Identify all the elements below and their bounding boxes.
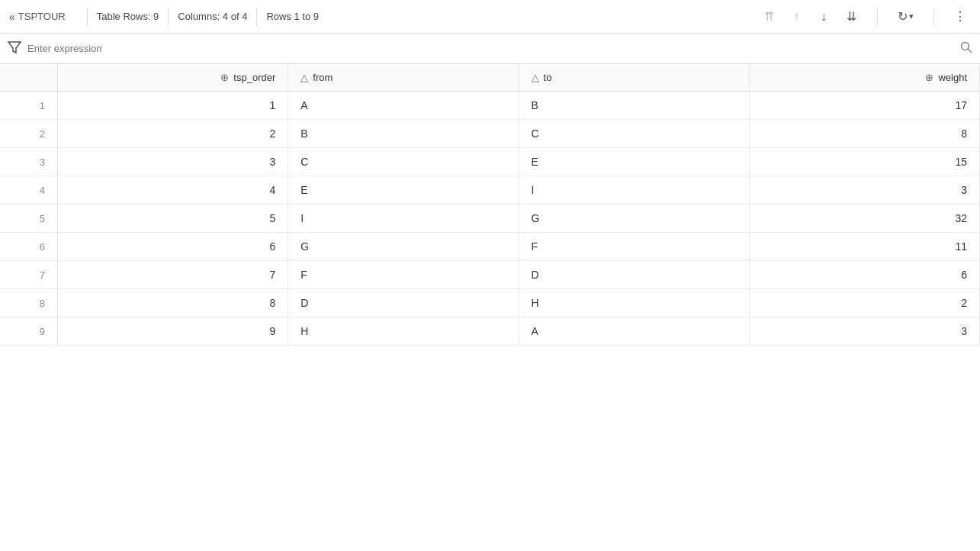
from-cell: G <box>288 233 519 261</box>
row-number-cell: 6 <box>0 233 58 261</box>
from-cell: B <box>288 120 519 148</box>
from-cell: F <box>288 261 519 289</box>
toolbar-actions: ⇈ ↑ ↓ ⇊ ↻ ▾ ⋮ <box>758 6 971 27</box>
to-cell: A <box>519 317 749 346</box>
weight-cell: 17 <box>749 92 979 120</box>
filter-icon <box>8 40 21 57</box>
weight-cell: 11 <box>749 233 979 261</box>
tsp-order-cell: 8 <box>58 289 288 317</box>
refresh-chevron-icon: ▾ <box>909 11 914 21</box>
from-col-icon: △ <box>300 72 308 83</box>
tsp-order-cell: 2 <box>58 120 288 148</box>
from-col-label: from <box>313 72 333 83</box>
row-number-cell: 4 <box>0 176 58 205</box>
svg-marker-0 <box>8 42 21 53</box>
weight-cell: 3 <box>749 317 979 346</box>
table-row: 55IG32 <box>0 205 980 233</box>
to-cell: G <box>519 205 749 233</box>
toolbar: « TSPTOUR Table Rows: 9 Columns: 4 of 4 … <box>0 0 980 34</box>
table-header-row: ⊕ tsp_order △ from △ to <box>0 64 980 92</box>
weight-cell: 15 <box>749 148 979 176</box>
more-options-button[interactable]: ⋮ <box>949 6 971 27</box>
tsp-order-cell: 4 <box>58 176 288 205</box>
tsp-order-cell: 3 <box>58 148 288 176</box>
svg-line-2 <box>969 49 972 52</box>
toolbar-title: TSPTOUR <box>18 11 66 22</box>
col-header-to[interactable]: △ to <box>519 64 749 92</box>
row-number-cell: 9 <box>0 317 58 346</box>
search-icon <box>960 41 972 56</box>
row-number-cell: 2 <box>0 120 58 148</box>
refresh-button[interactable]: ↻ ▾ <box>893 6 918 27</box>
back-chevron-icon: « <box>9 11 15 23</box>
row-number-cell: 1 <box>0 92 58 120</box>
tsp-order-cell: 1 <box>58 92 288 120</box>
divider-2 <box>168 8 169 26</box>
from-cell: H <box>288 317 519 346</box>
refresh-icon: ↻ <box>898 9 908 24</box>
to-cell: B <box>519 92 749 120</box>
weight-cell: 8 <box>749 120 979 148</box>
weight-cell: 3 <box>749 176 979 205</box>
sort-up-button[interactable]: ↑ <box>786 6 807 27</box>
table-row: 88DH2 <box>0 289 980 317</box>
to-cell: I <box>519 176 749 205</box>
from-cell: C <box>288 148 519 176</box>
from-cell: I <box>288 205 519 233</box>
table-container: ⊕ tsp_order △ from △ to <box>0 64 980 551</box>
to-col-icon: △ <box>532 72 539 83</box>
sort-last-button[interactable]: ⇊ <box>840 6 862 27</box>
filter-bar <box>0 34 980 64</box>
from-cell: D <box>288 289 519 317</box>
to-cell: H <box>519 289 749 317</box>
tsp-order-col-label: tsp_order <box>233 72 275 83</box>
rows-stat: Rows 1 to 9 <box>266 11 319 22</box>
table-row: 77FD6 <box>0 261 980 289</box>
row-num-header <box>0 64 58 92</box>
to-cell: F <box>519 233 749 261</box>
table-row: 22BC8 <box>0 120 980 148</box>
tsp-order-cell: 9 <box>58 317 288 346</box>
col-header-weight[interactable]: ⊕ weight <box>749 64 979 92</box>
to-col-label: to <box>544 72 552 83</box>
back-button[interactable]: « TSPTOUR <box>9 11 66 23</box>
tsp-order-cell: 5 <box>58 205 288 233</box>
tsp-order-cell: 7 <box>58 261 288 289</box>
to-cell: E <box>519 148 749 176</box>
row-number-cell: 7 <box>0 261 58 289</box>
table-rows-stat: Table Rows: 9 <box>97 11 159 22</box>
table-row: 11AB17 <box>0 92 980 120</box>
columns-stat: Columns: 4 of 4 <box>178 11 247 22</box>
sort-first-button[interactable]: ⇈ <box>758 6 779 27</box>
row-number-cell: 8 <box>0 289 58 317</box>
to-cell: D <box>519 261 749 289</box>
divider-4 <box>877 8 878 26</box>
divider-3 <box>256 8 257 26</box>
weight-cell: 2 <box>749 289 979 317</box>
table-row: 66GF11 <box>0 233 980 261</box>
row-number-cell: 5 <box>0 205 58 233</box>
data-table: ⊕ tsp_order △ from △ to <box>0 64 980 346</box>
tsp-order-cell: 6 <box>58 233 288 261</box>
weight-col-label: weight <box>938 72 967 83</box>
weight-col-icon: ⊕ <box>925 72 933 83</box>
tsp-order-col-icon: ⊕ <box>220 72 229 83</box>
sort-down-button[interactable]: ↓ <box>813 6 834 27</box>
filter-input[interactable] <box>27 43 954 54</box>
table-row: 99HA3 <box>0 317 980 346</box>
weight-cell: 6 <box>749 261 979 289</box>
divider-1 <box>87 8 88 26</box>
col-header-tsp-order[interactable]: ⊕ tsp_order <box>58 64 288 92</box>
to-cell: C <box>519 120 749 148</box>
col-header-from[interactable]: △ from <box>288 64 519 92</box>
from-cell: A <box>288 92 519 120</box>
table-row: 44EI3 <box>0 176 980 205</box>
table-row: 33CE15 <box>0 148 980 176</box>
weight-cell: 32 <box>749 205 979 233</box>
table-body: 11AB1722BC833CE1544EI355IG3266GF1177FD68… <box>0 92 980 346</box>
from-cell: E <box>288 176 519 205</box>
divider-5 <box>933 8 934 26</box>
row-number-cell: 3 <box>0 148 58 176</box>
